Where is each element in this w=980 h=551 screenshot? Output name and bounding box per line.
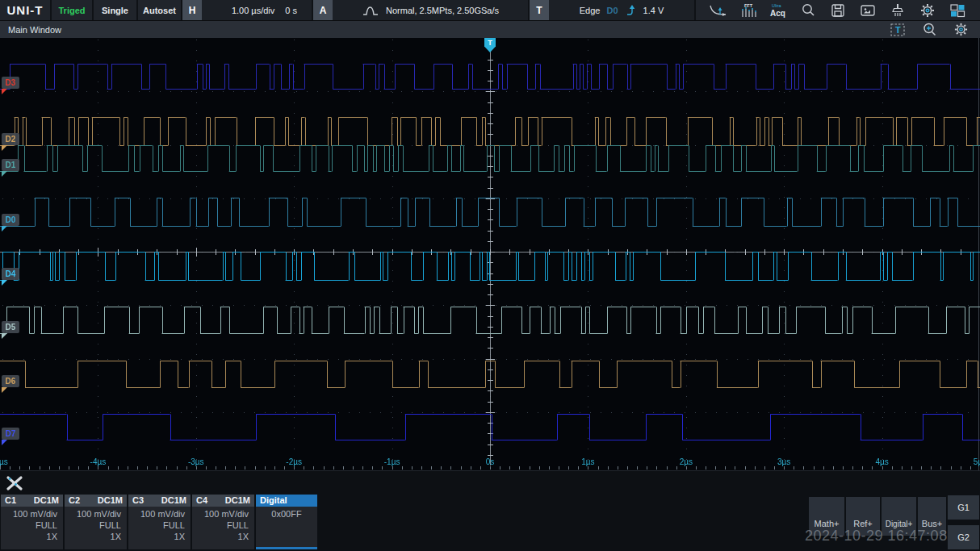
save-icon[interactable]	[827, 1, 848, 19]
bus-add-button[interactable]: Bus+	[918, 497, 946, 536]
channel-card-c4[interactable]: C4 DC1M 100 mV/div FULL 1X	[192, 495, 254, 549]
tools-icon[interactable]	[5, 474, 24, 492]
digital-channel-label-d1[interactable]: D1	[2, 159, 19, 171]
rising-edge-icon	[625, 4, 637, 17]
trigger-type: Edge	[580, 6, 601, 15]
acquire-summary: Normal, 2.5MPts, 2.50GSa/s	[386, 6, 499, 15]
g1-button[interactable]: G1	[948, 495, 979, 520]
time-axis-label: 4µs	[875, 457, 888, 466]
horizontal-group: H 1.00 µs/div 0 s	[182, 0, 312, 20]
c4-probe: 1X	[238, 532, 249, 541]
fft-icon[interactable]: FFT	[738, 1, 759, 19]
single-button[interactable]: Single	[94, 0, 136, 20]
c1-scale: 100 mV/div	[13, 509, 57, 519]
screenshot-icon[interactable]	[857, 1, 878, 19]
channel-label-pointer	[2, 387, 7, 393]
c1-name: C1	[5, 495, 16, 507]
trigger-settings[interactable]: Edge D0 1.4 V	[549, 0, 694, 20]
waveform-canvas[interactable]	[0, 38, 980, 470]
time-axis-label: -4µs	[90, 457, 107, 466]
c2-bandwidth: FULL	[99, 520, 121, 530]
c4-scale: 100 mV/div	[204, 509, 249, 519]
time-axis-label: -2µs	[286, 457, 302, 466]
digital-channel-label-d3[interactable]: D3	[2, 77, 19, 89]
time-axis-label: 3µs	[777, 457, 790, 466]
display-settings-gear-icon[interactable]	[953, 22, 969, 37]
pulse-icon	[362, 4, 379, 17]
g2-button[interactable]: G2	[948, 525, 979, 549]
settings-gear-icon[interactable]	[917, 1, 938, 19]
channel-label-pointer	[2, 280, 7, 286]
digital-card[interactable]: Digital 0x00FF	[256, 495, 317, 549]
digital-channel-label-d0[interactable]: D0	[2, 214, 19, 226]
math-add-button[interactable]: Math+	[809, 497, 844, 536]
window-title-bar: Main Window T	[0, 20, 980, 38]
acquire-group: A Normal, 2.5MPts, 2.50GSa/s	[313, 0, 528, 20]
digital-channel-label-d7[interactable]: D7	[2, 428, 19, 440]
time-axis-label: -5µs	[0, 457, 8, 466]
channel-card-c3[interactable]: C3 DC1M 100 mV/div FULL 1X	[128, 495, 191, 549]
brush-icon[interactable]	[887, 1, 908, 19]
c3-probe: 1X	[174, 532, 185, 541]
measure-cursor-icon[interactable]	[708, 1, 729, 19]
top-toolbar: UNI-T Triged Single Autoset H 1.00 µs/di…	[0, 0, 980, 20]
c2-scale: 100 mV/div	[77, 509, 121, 519]
c4-bandwidth: FULL	[227, 520, 249, 530]
time-axis-label: 1µs	[581, 457, 594, 466]
time-axis-label: 2µs	[680, 457, 693, 466]
c3-scale: 100 mV/div	[140, 509, 185, 519]
svg-text:Ultra: Ultra	[772, 3, 782, 8]
time-axis-label: 0s	[486, 457, 495, 466]
c1-probe: 1X	[47, 532, 57, 541]
bottom-panel: C1 DC1M 100 mV/div FULL 1X C2 DC1M 100 m…	[0, 470, 980, 551]
autoset-button[interactable]: Autoset	[138, 0, 181, 20]
channel-card-c2[interactable]: C2 DC1M 100 mV/div FULL 1X	[65, 495, 127, 549]
toolbar-icons: FFT Ultra Acq	[696, 0, 980, 20]
trigger-label-icon[interactable]: T	[890, 23, 906, 37]
channel-label-pointer	[2, 171, 7, 177]
digital-channel-label-d2[interactable]: D2	[2, 133, 19, 145]
acquire-key-button[interactable]: A	[313, 0, 333, 20]
channel-label-pointer	[2, 440, 7, 445]
acquire-settings[interactable]: Normal, 2.5MPts, 2.50GSa/s	[333, 0, 528, 20]
svg-text:T: T	[895, 25, 901, 35]
c3-name: C3	[132, 495, 144, 507]
c4-name: C4	[196, 495, 207, 507]
digital-card-label: Digital	[260, 495, 287, 507]
digital-channel-label-d4[interactable]: D4	[2, 268, 19, 280]
trigger-level: 1.4 V	[643, 6, 664, 15]
channel-label-pointer	[2, 333, 7, 339]
search-icon[interactable]	[798, 1, 819, 19]
svg-text:Acq: Acq	[770, 9, 785, 18]
digital-channel-label-d5[interactable]: D5	[2, 321, 19, 333]
horizontal-key-button[interactable]: H	[182, 0, 202, 20]
horizontal-offset: 0 s	[285, 6, 297, 15]
c3-coupling: DC1M	[161, 495, 186, 507]
c4-coupling: DC1M	[225, 495, 250, 507]
group-buttons: G1 G2	[948, 495, 979, 551]
trigger-status-label: Triged	[58, 6, 85, 15]
time-axis-label: 5µs	[974, 457, 980, 466]
channel-label-pointer	[2, 226, 7, 232]
digital-add-button[interactable]: Digital+	[882, 497, 916, 536]
horizontal-settings[interactable]: 1.00 µs/div 0 s	[202, 0, 312, 20]
brand-logo: UNI-T	[0, 0, 50, 20]
ref-add-button[interactable]: Ref+	[846, 497, 880, 536]
trigger-key-button[interactable]: T	[530, 0, 549, 20]
channel-cards: C1 DC1M 100 mV/div FULL 1X C2 DC1M 100 m…	[1, 495, 317, 549]
channel-card-c1[interactable]: C1 DC1M 100 mV/div FULL 1X	[1, 495, 63, 549]
c1-bandwidth: FULL	[36, 520, 57, 530]
time-axis-label: -3µs	[188, 457, 204, 466]
trigger-group: T Edge D0 1.4 V	[530, 0, 694, 20]
c2-name: C2	[69, 495, 80, 507]
zoom-in-icon[interactable]	[922, 22, 937, 37]
digital-bus-value: 0x00FF	[271, 509, 301, 519]
digital-channel-label-d6[interactable]: D6	[2, 375, 19, 387]
channel-label-pointer	[2, 145, 7, 151]
horizontal-scale: 1.00 µs/div	[232, 6, 274, 15]
ultra-acquire-icon[interactable]: Ultra Acq	[768, 1, 789, 19]
time-axis-label: -1µs	[384, 457, 400, 466]
trigger-status-button[interactable]: Triged	[52, 0, 92, 20]
add-buttons: Math+ Ref+ Digital+ Bus+	[809, 497, 946, 536]
window-layout-icon[interactable]	[947, 1, 968, 19]
